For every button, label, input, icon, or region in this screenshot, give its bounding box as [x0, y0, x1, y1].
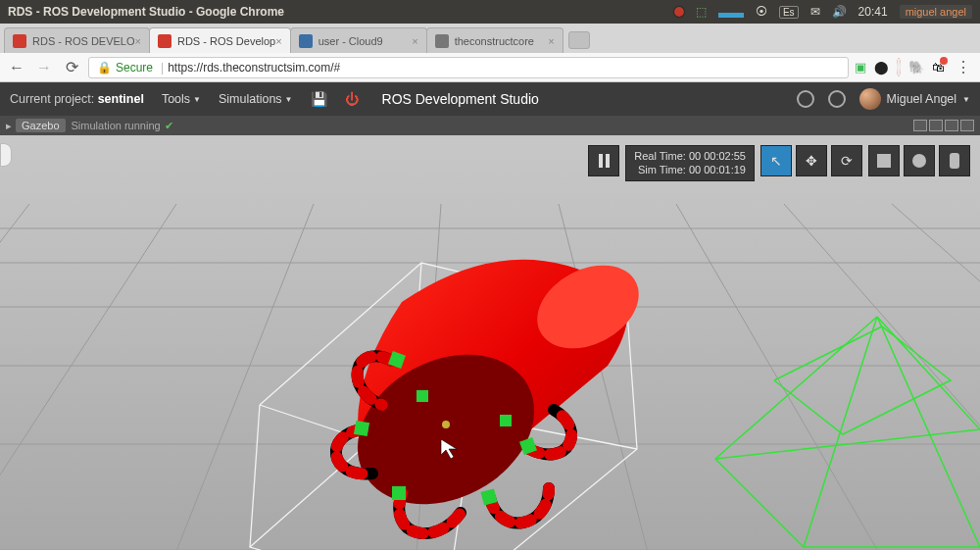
svg-rect-23 [354, 421, 369, 436]
tab-label: theconstructcore [455, 35, 534, 47]
messages-icon[interactable]: ✉ [810, 5, 820, 19]
insert-cylinder[interactable] [939, 145, 970, 176]
pause-icon [599, 154, 610, 168]
extension-icon[interactable]: 🐘 [908, 60, 924, 75]
tab-label: RDS - ROS Develop [177, 35, 275, 47]
reload-button[interactable]: ⟳ [61, 57, 82, 78]
svg-rect-27 [416, 390, 428, 402]
record-indicator-icon[interactable] [674, 7, 684, 17]
volume-icon[interactable]: 🔊 [832, 5, 847, 19]
status-check-icon: ✔ [165, 120, 173, 132]
app-title: ROS Development Studio [382, 91, 539, 107]
move-icon: ✥ [806, 153, 817, 169]
real-time-value: 00 00:02:55 [689, 150, 746, 162]
tray-app-icon[interactable]: ⬚ [696, 5, 707, 19]
favicon-icon [435, 34, 449, 48]
close-icon[interactable]: × [135, 35, 141, 47]
favicon-icon [13, 34, 26, 48]
rotate-icon: ⟳ [841, 153, 853, 169]
sphere-icon [912, 154, 926, 168]
manipulation-tools: ↖ ✥ ⟳ [760, 145, 862, 176]
panel-close-icon[interactable] [960, 120, 974, 131]
extension-icon[interactable]: 🛍 [932, 60, 945, 75]
panel-expand-icon[interactable]: ▸ [6, 120, 12, 132]
cursor-icon: ↖ [770, 153, 782, 169]
power-icon[interactable]: ⏻ [345, 91, 359, 107]
time-display: Real Time: 00 00:02:55 Sim Time: 00 00:0… [625, 145, 755, 181]
sim-time-label: Sim Time: [638, 164, 686, 175]
gazebo-viewport[interactable]: Real Time: 00 00:02:55 Sim Time: 00 00:0… [0, 135, 980, 550]
secure-indicator: 🔒 Secure [97, 61, 153, 75]
chrome-menu-button[interactable]: ⋮ [953, 57, 974, 78]
address-bar[interactable]: 🔒 Secure | https://rds.theconstructsim.c… [88, 57, 849, 78]
cylinder-icon [950, 153, 959, 169]
viewport-hud: Real Time: 00 00:02:55 Sim Time: 00 00:0… [588, 145, 970, 181]
forward-button[interactable]: → [33, 57, 55, 78]
tray-graph-icon[interactable] [718, 6, 744, 18]
insert-shapes [868, 145, 970, 176]
user-menu[interactable]: Miguel Angel ▼ [859, 88, 971, 110]
wifi-icon[interactable]: ⦿ [756, 5, 767, 19]
avatar [859, 88, 881, 110]
real-time-label: Real Time: [634, 150, 686, 162]
os-top-bar: RDS - ROS Development Studio - Google Ch… [0, 0, 980, 24]
lock-icon: 🔒 [97, 61, 112, 75]
rotate-tool[interactable]: ⟳ [831, 145, 862, 176]
close-icon[interactable]: × [548, 35, 554, 47]
favicon-icon [299, 34, 313, 48]
system-tray: ⬚ ⦿ Es ✉ 🔊 20:41 miguel angel [674, 5, 972, 19]
close-icon[interactable]: × [275, 35, 281, 47]
pause-button[interactable] [588, 145, 619, 176]
tab-label: user - Cloud9 [318, 35, 383, 47]
select-tool[interactable]: ↖ [760, 145, 792, 176]
project-name: sentinel [98, 92, 144, 106]
favicon-icon [158, 34, 172, 48]
save-icon[interactable]: 💾 [311, 91, 327, 107]
back-button[interactable]: ← [6, 57, 27, 78]
extension-icon[interactable]: ▣ [855, 60, 866, 75]
clock-icon[interactable] [828, 90, 846, 108]
browser-tab[interactable]: user - Cloud9 × [290, 27, 427, 53]
simulations-menu[interactable]: Simulations▼ [219, 92, 293, 106]
secure-label: Secure [116, 61, 153, 75]
panel-window-controls [913, 120, 974, 131]
extension-icon[interactable]: ⬤ [874, 60, 889, 75]
box-icon [877, 154, 891, 168]
user-name: Miguel Angel [887, 92, 957, 106]
panel-label: Gazebo [16, 119, 66, 132]
window-title: RDS - ROS Development Studio - Google Ch… [8, 5, 284, 19]
translate-tool[interactable]: ✥ [796, 145, 827, 176]
svg-rect-28 [500, 415, 512, 426]
browser-tab[interactable]: RDS - ROS DEVELO × [4, 27, 150, 53]
svg-point-21 [442, 421, 450, 428]
url-text: https://rds.theconstructsim.com/# [168, 61, 340, 75]
globe-icon[interactable] [797, 90, 814, 108]
panel-max-icon[interactable] [945, 120, 958, 131]
insert-sphere[interactable] [904, 145, 935, 176]
app-navbar: Current project: sentinel Tools▼ Simulat… [0, 82, 980, 116]
close-icon[interactable]: × [412, 35, 417, 47]
panel-min-icon[interactable] [913, 120, 927, 131]
extension-icon[interactable] [897, 60, 901, 75]
scene-canvas[interactable] [0, 135, 980, 550]
clock[interactable]: 20:41 [858, 5, 888, 19]
tools-menu[interactable]: Tools▼ [162, 92, 201, 106]
browser-tab-strip: RDS - ROS DEVELO × RDS - ROS Develop × u… [0, 24, 980, 53]
project-prefix: Current project: [10, 92, 98, 106]
user-badge[interactable]: miguel angel [900, 5, 972, 19]
gazebo-panel-bar: ▸ Gazebo Simulation running ✔ [0, 116, 980, 135]
browser-tab-active[interactable]: RDS - ROS Develop × [149, 27, 291, 53]
insert-box[interactable] [868, 145, 900, 176]
browser-toolbar: ← → ⟳ 🔒 Secure | https://rds.theconstruc… [0, 53, 980, 82]
extension-icons: ▣ ⬤ 🐘 🛍 ⋮ [855, 57, 974, 78]
sim-time-value: 00 00:01:19 [689, 164, 746, 175]
svg-rect-24 [392, 486, 406, 500]
side-panel-handle[interactable] [0, 143, 12, 167]
tab-label: RDS - ROS DEVELO [32, 35, 135, 47]
current-project: Current project: sentinel [10, 92, 144, 106]
simulation-status: Simulation running [72, 120, 161, 131]
browser-tab[interactable]: theconstructcore × [426, 27, 564, 53]
panel-restore-icon[interactable] [929, 120, 943, 131]
new-tab-button[interactable] [568, 31, 590, 49]
language-indicator[interactable]: Es [779, 6, 799, 19]
